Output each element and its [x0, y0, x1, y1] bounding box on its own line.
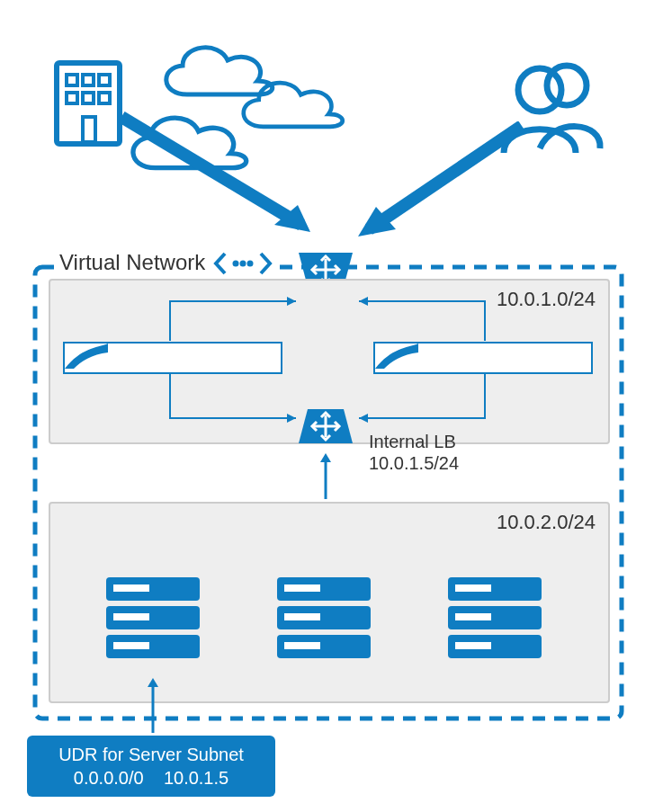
svg-rect-45 [455, 584, 491, 592]
svg-rect-6 [99, 93, 110, 103]
svg-point-9 [547, 66, 587, 105]
svg-rect-46 [455, 613, 491, 620]
svg-rect-3 [99, 75, 110, 85]
svg-marker-49 [148, 678, 158, 687]
arrow-icon [333, 121, 549, 256]
udr-nexthop: 10.0.1.5 [164, 768, 228, 788]
svg-rect-41 [284, 642, 320, 649]
svg-rect-47 [455, 642, 491, 649]
load-balancer-icon [294, 405, 357, 448]
svg-rect-39 [284, 584, 320, 592]
svg-rect-4 [67, 93, 77, 103]
svg-rect-34 [113, 613, 149, 620]
svg-rect-33 [113, 584, 149, 592]
server-icon [270, 558, 378, 665]
svg-rect-2 [83, 75, 94, 85]
udr-box: UDR for Server Subnet 0.0.0.0/0 10.0.1.5 [27, 736, 275, 797]
internal-lb-label: Internal LB [369, 432, 456, 452]
svg-line-10 [121, 117, 301, 225]
internal-lb-ip: 10.0.1.5/24 [369, 453, 459, 474]
udr-title: UDR for Server Subnet [40, 743, 263, 766]
arrow-icon [112, 108, 346, 252]
svg-point-16 [240, 261, 246, 267]
svg-point-17 [247, 261, 254, 267]
svg-marker-24 [359, 414, 368, 423]
svg-rect-35 [113, 642, 149, 649]
svg-rect-5 [83, 93, 94, 103]
vnet-label: Virtual Network [59, 250, 205, 275]
udr-prefix: 0.0.0.0/0 [74, 768, 144, 788]
svg-marker-29 [320, 453, 331, 462]
svg-rect-40 [284, 613, 320, 620]
server-icon [99, 558, 207, 665]
svg-line-12 [369, 126, 522, 229]
svg-rect-1 [67, 75, 77, 85]
server-subnet-cidr: 10.0.2.0/24 [497, 511, 596, 534]
vnet-peering-icon [212, 250, 273, 277]
arrow-up-icon [144, 674, 162, 737]
svg-marker-22 [359, 297, 368, 306]
server-icon [441, 558, 549, 665]
svg-marker-21 [287, 297, 296, 306]
arrow-up-icon [317, 450, 335, 504]
svg-rect-7 [83, 117, 95, 142]
svg-point-15 [233, 261, 239, 267]
